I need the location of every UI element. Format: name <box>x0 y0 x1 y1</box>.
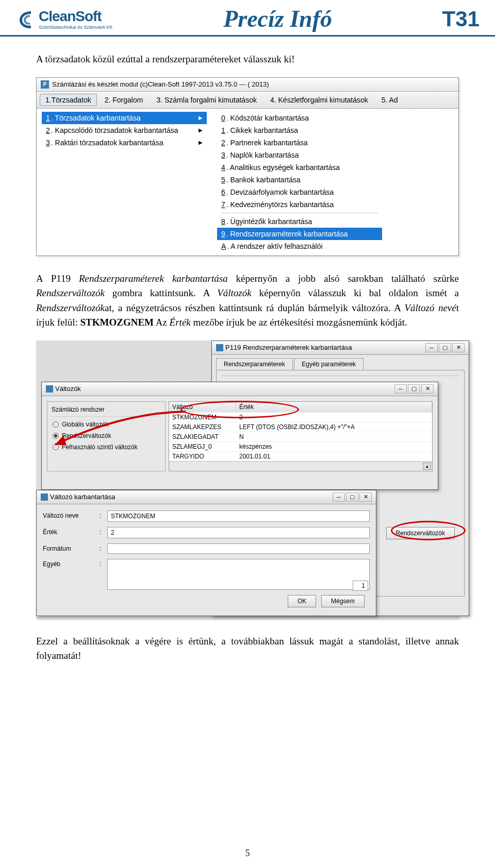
screenshot-menu: P Számlázási és készlet modul (c)Clean-S… <box>36 77 459 256</box>
grid-row[interactable]: SZLAKIEGADATN <box>169 432 432 441</box>
karb-title-text: Változó karbantartása <box>50 493 115 501</box>
menu-column-left: 1. Törzsadatok karbantartása▶2. Kapcsoló… <box>37 109 212 256</box>
ok-button[interactable]: OK <box>288 595 316 607</box>
screenshot-params: P119 Rendszerparaméterek karbantartása ─… <box>36 341 459 619</box>
radio-group: Számlázó rendszer Globális változókRends… <box>47 401 166 471</box>
menu-column-right: 0. Kódszótár karbantartása1. Cikkek karb… <box>212 109 387 256</box>
logo-block: CleanSoft Számítástechnikai és Számvitel… <box>15 8 113 30</box>
menu-item[interactable]: 2. Partnerek karbantartása <box>217 137 382 149</box>
paragraph-1: A törzsadatok közül ezúttal a rendszerpa… <box>36 52 459 67</box>
radio-option[interactable]: Felhasználó szintű változók <box>52 442 161 452</box>
menu-item[interactable]: 2. Kapcsolódó törzsadatok karbantartása▶ <box>42 124 207 137</box>
menu-item[interactable]: A. A rendszer aktív felhasználói <box>217 240 382 252</box>
text-input[interactable]: STKMOZGNEM <box>107 510 370 522</box>
tab-forgalom[interactable]: 2. Forgalom <box>99 94 149 106</box>
grid-row[interactable]: STKMOZGNEM2 <box>169 412 432 422</box>
doc-code: T31 <box>442 7 480 31</box>
valtozok-title-text: Változók <box>55 385 81 393</box>
page-number-field[interactable]: 1 <box>353 581 368 591</box>
doc-title: Precíz Infó <box>223 5 332 32</box>
maximize-icon[interactable]: ▢ <box>346 492 358 502</box>
minimize-icon[interactable]: ─ <box>333 492 345 502</box>
close-icon[interactable]: ✕ <box>452 343 465 352</box>
close-icon[interactable]: ✕ <box>359 492 372 502</box>
radio-option[interactable]: Rendszerváltozók <box>52 431 161 440</box>
rendszervaltozok-button[interactable]: Rendszerváltozók <box>386 527 455 539</box>
text-input[interactable] <box>107 543 370 554</box>
paragraph-2: A P119 Rendszerparaméterek karbantartása… <box>36 271 459 330</box>
cancel-button[interactable]: Mégsem <box>321 595 365 607</box>
maximize-icon[interactable]: ▢ <box>408 384 420 394</box>
text-input[interactable]: 2 <box>107 527 370 538</box>
karb-titlebar: Változó karbantartása ─ ▢ ✕ <box>37 490 376 504</box>
tab-torzsadatok[interactable]: 1.Törzsadatok <box>40 94 97 106</box>
close-icon[interactable]: ✕ <box>421 384 434 394</box>
form-row: Egyéb: <box>43 559 370 590</box>
tab-rendszerparameterek[interactable]: Rendszerparaméterek <box>216 358 293 370</box>
page-number: 5 <box>245 848 250 859</box>
grid-row[interactable]: TARGYIDO2001.01.01 <box>169 451 432 461</box>
menu-item[interactable]: 8. Ügyintézők karbantartása <box>217 215 382 228</box>
variables-grid[interactable]: Változó Érték STKMOZGNEM2SZAMLAKEPZESLEF… <box>169 401 433 471</box>
logo-icon <box>15 9 36 29</box>
radio-icon <box>53 433 59 439</box>
window-titlebar: P Számlázási és készlet modul (c)Clean-S… <box>37 78 458 92</box>
valtozok-titlebar: Változók ─ ▢ ✕ <box>42 382 438 396</box>
form-row: Formátum: <box>43 543 370 554</box>
text-input[interactable] <box>107 559 370 590</box>
menu-item[interactable]: 6. Devizaárfolyamok karbantartása <box>217 186 382 198</box>
menu-item[interactable]: 1. Törzsadatok karbantartása▶ <box>42 112 207 124</box>
p119-title-text: P119 Rendszerparaméterek karbantartása <box>225 344 352 351</box>
app-icon: P <box>41 80 49 89</box>
window-title-text: Számlázási és készlet modul (c)Clean-Sof… <box>52 80 269 88</box>
minimize-icon[interactable]: ─ <box>425 343 438 352</box>
form-row: Változó neve:STKMOZGNEM <box>43 510 370 522</box>
radio-group-title: Számlázó rendszer <box>52 406 161 413</box>
p119-titlebar: P119 Rendszerparaméterek karbantartása ─… <box>212 341 469 355</box>
tab-keszlet[interactable]: 4. Készletforgalmi kimutatások <box>265 94 374 106</box>
menu-item[interactable]: 0. Kódszótár karbantartása <box>217 112 382 124</box>
radio-option[interactable]: Globális változók <box>52 420 161 429</box>
form-row: Érték:2 <box>43 527 370 538</box>
radio-icon <box>53 444 59 450</box>
tab-ad[interactable]: 5. Ad <box>376 94 404 106</box>
logo-name: CleanSoft <box>39 8 113 25</box>
page-content: A törzsadatok közül ezúttal a rendszerpa… <box>0 37 495 689</box>
window-valtozo-karbantartasa: Változó karbantartása ─ ▢ ✕ Változó neve… <box>36 490 376 616</box>
window-valtozok: Változók ─ ▢ ✕ Számlázó rendszer Globáli… <box>41 382 438 490</box>
menu-item[interactable]: 9. Rendszerparaméterek karbantartása <box>217 228 382 240</box>
page-header: CleanSoft Számítástechnikai és Számvitel… <box>0 0 495 37</box>
menu-item[interactable]: 3. Raktári törzsadatok karbantartása▶ <box>42 137 207 149</box>
menu-item[interactable]: 7. Kedvezménytörzs karbantartása <box>217 198 382 211</box>
menu-item[interactable]: 3. Naplók karbantartása <box>217 149 382 161</box>
paragraph-3: Ezzel a beállításoknak a végére is értün… <box>36 634 459 663</box>
minimize-icon[interactable]: ─ <box>394 384 407 394</box>
menu-item[interactable]: 1. Cikkek karbantartása <box>217 124 382 137</box>
dropdown-menus: 1. Törzsadatok karbantartása▶2. Kapcsoló… <box>37 109 458 256</box>
menu-item[interactable]: 5. Bankok karbantartása <box>217 174 382 186</box>
grid-row[interactable]: SZLAMEGJ_0készpénzes <box>169 441 432 451</box>
logo-subtitle: Számítástechnikai és Számviteli Kft. <box>39 25 113 30</box>
scroll-up-icon[interactable]: ▴ <box>423 463 431 470</box>
grid-header-variable: Változó <box>169 402 236 412</box>
tab-szamla[interactable]: 3. Számla forgalmi kimutatások <box>151 94 262 106</box>
menu-item[interactable]: 4. Analitikus egységek karbantartása <box>217 161 382 174</box>
grid-header-value: Érték <box>236 402 432 412</box>
main-tab-bar: 1.Törzsadatok 2. Forgalom 3. Számla forg… <box>37 92 458 109</box>
grid-row[interactable]: SZAMLAKEPZESLEFT (DTOS (OSBIZ.IDOSZAK),4… <box>169 422 432 432</box>
tab-egyeb[interactable]: Egyéb paraméterek <box>294 358 364 370</box>
maximize-icon[interactable]: ▢ <box>439 343 451 352</box>
radio-icon <box>53 421 59 428</box>
